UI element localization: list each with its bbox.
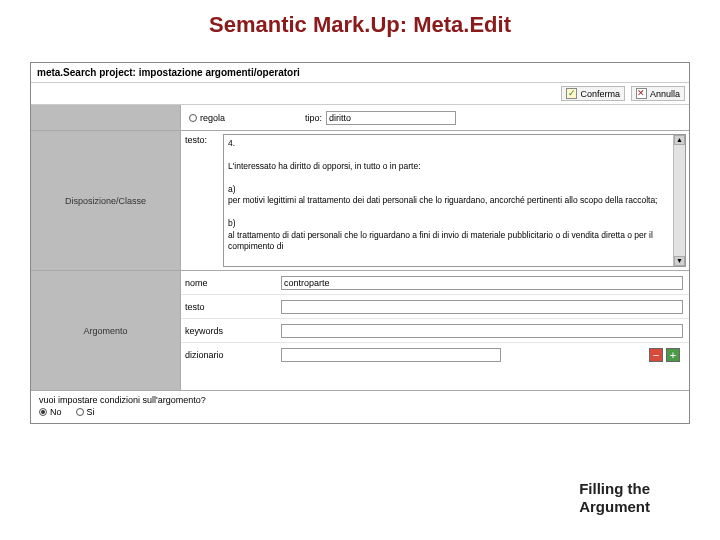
tipo-label: tipo: (305, 113, 322, 123)
app-window: meta.Search project: impostazione argome… (30, 62, 690, 424)
row-disposizione: Disposizione/Classe testo: 4.L'interessa… (31, 131, 689, 271)
slide-caption: Filling the Argument (579, 480, 650, 516)
scrollbar[interactable]: ▲ ▼ (673, 135, 685, 266)
nome-input[interactable] (281, 276, 683, 290)
confirm-button[interactable]: ✓ Conferma (561, 86, 625, 101)
testo-label: testo: (185, 135, 207, 145)
row-argomento: Argomento nome testo keywords dizionario… (31, 271, 689, 391)
dizionario-input[interactable] (281, 348, 501, 362)
condition-question: vuoi impostare condizioni sull'argomento… (39, 395, 681, 405)
row-rule: regola tipo: (31, 105, 689, 131)
top-toolbar: ✓ Conferma ✕ Annulla (31, 83, 689, 105)
arg-testo-label: testo (181, 302, 281, 312)
testo-textarea-wrap: 4.L'interessato ha diritto di opporsi, i… (223, 134, 686, 267)
keywords-input[interactable] (281, 324, 683, 338)
arg-testo-input[interactable] (281, 300, 683, 314)
radio-si[interactable]: Si (76, 407, 95, 417)
slide-title: Semantic Mark.Up: Meta.Edit (0, 0, 720, 44)
nome-label: nome (181, 278, 281, 288)
no-label: No (50, 407, 62, 417)
keywords-label: keywords (181, 326, 281, 336)
scroll-down-icon[interactable]: ▼ (674, 256, 685, 266)
radio-icon (39, 408, 47, 416)
cancel-label: Annulla (650, 89, 680, 99)
argomento-label: Argomento (31, 271, 181, 390)
cross-icon: ✕ (636, 88, 647, 99)
si-label: Si (87, 407, 95, 417)
dict-remove-button[interactable]: − (649, 348, 663, 362)
testo-textarea[interactable]: 4.L'interessato ha diritto di opporsi, i… (224, 135, 673, 266)
confirm-label: Conferma (580, 89, 620, 99)
scroll-up-icon[interactable]: ▲ (674, 135, 685, 145)
bottom-section: vuoi impostare condizioni sull'argomento… (31, 391, 689, 423)
radio-icon (76, 408, 84, 416)
app-title: meta.Search project: impostazione argome… (31, 63, 689, 83)
row-rule-left (31, 105, 181, 130)
tipo-input[interactable] (326, 111, 456, 125)
regola-label: regola (200, 113, 225, 123)
dict-add-button[interactable]: + (666, 348, 680, 362)
check-icon: ✓ (566, 88, 577, 99)
radio-icon (189, 114, 197, 122)
dizionario-label: dizionario (181, 350, 281, 360)
regola-radio[interactable]: regola (181, 113, 225, 123)
radio-no[interactable]: No (39, 407, 62, 417)
cancel-button[interactable]: ✕ Annulla (631, 86, 685, 101)
disposizione-label: Disposizione/Classe (31, 131, 181, 270)
